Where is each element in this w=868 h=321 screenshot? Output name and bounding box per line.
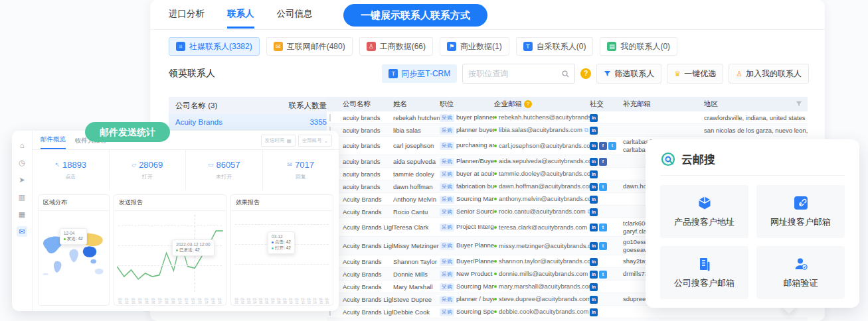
- tab-2[interactable]: 公司信息: [277, 8, 313, 29]
- linkedin-icon[interactable]: in: [590, 158, 598, 166]
- linkedin-icon[interactable]: in: [590, 114, 598, 122]
- feature-card-1[interactable]: 网址搜客户邮箱: [756, 185, 845, 238]
- email-text: anthony.melvin@acuitybrands.com: [499, 195, 590, 202]
- linkedin-icon[interactable]: in: [590, 296, 598, 304]
- search-input[interactable]: 按职位查询: [462, 64, 575, 84]
- twitter-icon[interactable]: t: [599, 242, 607, 250]
- cell-name: carl josephson: [393, 142, 440, 149]
- twitter-icon[interactable]: t: [599, 271, 607, 279]
- linkedin-icon[interactable]: in: [590, 183, 598, 191]
- twitter-icon[interactable]: t: [599, 183, 607, 191]
- cell-company: Acuity Brands Lighting: [343, 224, 393, 231]
- row-checkbox[interactable]: [329, 114, 331, 121]
- report-icon[interactable]: ▦: [17, 209, 27, 220]
- cell-name: Missy Metzinger: [393, 242, 440, 249]
- search-icon[interactable]: [562, 70, 569, 78]
- facebook-icon[interactable]: f: [599, 158, 607, 166]
- linkedin-icon[interactable]: in: [590, 258, 598, 266]
- tooltip-title: 2022-03-12 12:00: [176, 242, 210, 247]
- email-help-icon[interactable]: ?: [524, 100, 532, 108]
- company-icon: [697, 256, 713, 272]
- valid-dot: [494, 129, 497, 131]
- twitter-icon[interactable]: t: [608, 142, 616, 150]
- cell-company: Acuity Brands Lighting: [343, 242, 393, 249]
- region-filter-icon[interactable]: [796, 101, 802, 107]
- valid-dot: [494, 198, 497, 200]
- linkedin-icon[interactable]: in: [590, 283, 598, 291]
- source-chip-1[interactable]: ✉互联网邮件(480): [266, 37, 353, 56]
- source-chip-4[interactable]: T自采联系人(0): [516, 37, 594, 56]
- linkedin-icon[interactable]: in: [590, 208, 598, 216]
- cell-social: in: [590, 195, 623, 204]
- stat-label: 回复: [296, 173, 306, 180]
- twitter-icon[interactable]: t: [599, 224, 607, 231]
- sync-tcrm-button[interactable]: T 同步至T-CRM: [382, 64, 457, 83]
- linkedin-icon[interactable]: in: [590, 170, 598, 178]
- cell-social: in: [590, 126, 623, 135]
- account-select[interactable]: 全部账号 ⌄: [298, 135, 332, 147]
- linkedin-icon[interactable]: in: [590, 224, 598, 231]
- stat-label: 打开: [142, 173, 153, 180]
- source-chip-3[interactable]: ⚑商业数据(1): [440, 37, 509, 56]
- linkedin-icon[interactable]: in: [590, 196, 598, 204]
- filter-contacts-button[interactable]: 筛选联系人: [596, 64, 661, 84]
- valid-dot: [494, 245, 497, 247]
- procurement-tag: 采购: [440, 170, 454, 178]
- mail-stats-panel: ⌂◷➤▥▦✉ 邮件概览收件人报告 发送时间 ▦ 全部账号 ⌄ ↖18893点击▱…: [12, 131, 339, 311]
- region-column-header: 地区: [704, 99, 808, 109]
- company-table-header: 公司名称 (3) 联系人数量: [169, 97, 333, 114]
- send-icon[interactable]: ➤: [17, 174, 27, 185]
- cell-email: tammie.dooley@acuitybrands.com⧉: [494, 170, 590, 178]
- cell-email: donnie.mills@acuitybrands.com⧉: [494, 270, 590, 278]
- cell-name: Shannon Taylor: [393, 258, 440, 265]
- valid-dot: [494, 160, 497, 162]
- mail-tab-0[interactable]: 邮件概览: [41, 135, 66, 149]
- source-chip-2[interactable]: ♙工商数据(66): [359, 37, 433, 56]
- title-text: Planner/Buyer: [456, 157, 494, 164]
- email-column-header: 企业邮箱 ?: [494, 99, 590, 109]
- stat-value: 18893: [62, 160, 86, 170]
- email-text: rebekah.hutchens@acuitybrands.com: [499, 113, 590, 121]
- source-chip-0[interactable]: ⌗社媒联系人(3382): [169, 37, 260, 56]
- brand-name: 云邮搜: [681, 152, 715, 167]
- procurement-tag: 采购: [440, 242, 454, 250]
- stat-label: 未打开: [216, 173, 232, 180]
- name-column-header: 姓名: [393, 99, 440, 109]
- feature-card-3[interactable]: 邮箱验证: [756, 246, 845, 299]
- feature-card-2[interactable]: 公司搜客户邮箱: [660, 246, 748, 299]
- cell-name: Mary Marshall: [393, 283, 440, 290]
- cell-email: rebekah.hutchens@acuitybrands.com⧉: [494, 113, 590, 121]
- briefcase-icon[interactable]: ▥: [17, 192, 27, 202]
- clock-icon[interactable]: ◷: [17, 157, 27, 168]
- feature-card-0[interactable]: 产品搜客户地址: [660, 185, 748, 238]
- one-click-select-button[interactable]: ♛ 一键优选: [667, 64, 723, 84]
- company-column-header: 公司名称: [343, 99, 393, 109]
- procurement-tag: 采购: [440, 271, 454, 279]
- mailbox-icon[interactable]: ✉: [17, 226, 27, 237]
- tab-0[interactable]: 进口分析: [169, 8, 205, 29]
- facebook-icon[interactable]: f: [599, 142, 607, 150]
- linkedin-icon[interactable]: in: [590, 142, 598, 150]
- linkedin-icon[interactable]: in: [590, 308, 598, 316]
- help-icon[interactable]: ?: [580, 68, 591, 79]
- cell-email: anthony.melvin@acuitybrands.com⧉: [494, 195, 590, 203]
- tcrm-icon: T: [389, 69, 398, 78]
- copy-icon[interactable]: ⧉: [584, 127, 588, 133]
- tabs-divider: [150, 29, 825, 30]
- mail-panel-content: 邮件概览收件人报告 发送时间 ▦ 全部账号 ⌄ ↖18893点击▱28069打开…: [33, 131, 339, 311]
- cell-email: teresa.clark@acuitybrands.com⧉: [494, 224, 590, 231]
- valid-dot: [494, 116, 497, 119]
- cell-company: acuity brands: [343, 142, 393, 149]
- tab-1[interactable]: 联系人: [227, 8, 254, 29]
- add-to-my-contacts-button[interactable]: ♙ 加入我的联系人: [729, 64, 809, 84]
- company-row-0[interactable]: Acuity Brands3355: [169, 114, 333, 131]
- send-time-input[interactable]: 发送时间 ▦: [261, 135, 296, 147]
- linkedin-icon[interactable]: in: [590, 242, 598, 250]
- stat-value: 86057: [216, 160, 240, 170]
- linkedin-icon[interactable]: in: [590, 271, 598, 279]
- linkedin-icon[interactable]: in: [590, 127, 598, 135]
- home-icon[interactable]: ⌂: [17, 140, 27, 151]
- crown-icon: ♛: [674, 70, 681, 78]
- source-chip-5[interactable]: ▤我的联系人(0): [600, 37, 677, 56]
- folder-open-icon: ▱: [131, 161, 136, 168]
